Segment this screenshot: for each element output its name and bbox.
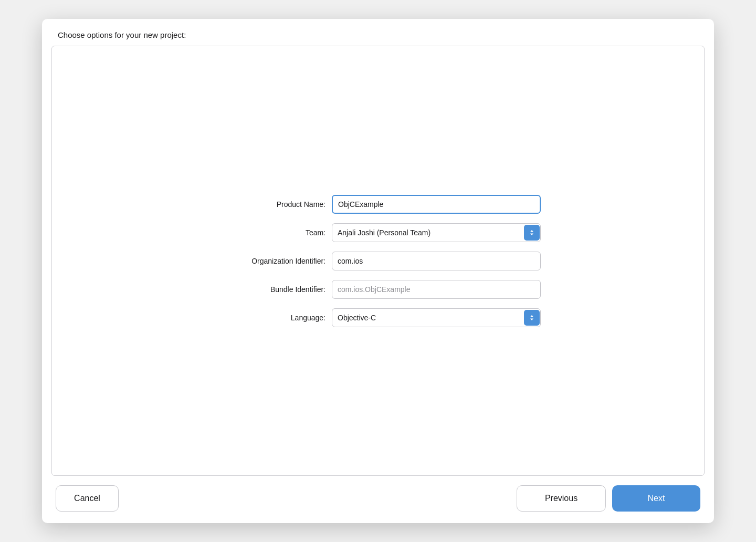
org-identifier-label: Organization Identifier: xyxy=(215,257,326,265)
bundle-identifier-row: Bundle Identifier: xyxy=(215,280,541,299)
product-name-row: Product Name: xyxy=(215,195,541,214)
team-row: Team: Anjali Joshi (Personal Team) xyxy=(215,223,541,242)
dialog-title: Choose options for your new project: xyxy=(42,19,714,46)
language-label: Language: xyxy=(215,314,326,322)
previous-button[interactable]: Previous xyxy=(517,485,606,512)
product-name-label: Product Name: xyxy=(215,200,326,209)
footer-right: Previous Next xyxy=(517,485,700,512)
language-row: Language: Objective-C Swift xyxy=(215,308,541,327)
bundle-identifier-label: Bundle Identifier: xyxy=(215,285,326,294)
org-identifier-row: Organization Identifier: xyxy=(215,252,541,270)
form-container: Product Name: Team: Anjali Joshi (Person… xyxy=(215,195,541,327)
language-select-wrapper: Objective-C Swift xyxy=(332,308,541,327)
content-area: Product Name: Team: Anjali Joshi (Person… xyxy=(51,46,705,476)
new-project-dialog: Choose options for your new project: Pro… xyxy=(42,19,714,523)
dialog-footer: Cancel Previous Next xyxy=(42,476,714,523)
team-select-wrapper: Anjali Joshi (Personal Team) xyxy=(332,223,541,242)
bundle-identifier-input xyxy=(332,280,541,299)
cancel-button[interactable]: Cancel xyxy=(56,485,119,512)
next-button[interactable]: Next xyxy=(612,485,700,512)
org-identifier-input[interactable] xyxy=(332,252,541,270)
team-label: Team: xyxy=(215,228,326,237)
product-name-input[interactable] xyxy=(332,195,541,214)
team-select[interactable]: Anjali Joshi (Personal Team) xyxy=(332,223,541,242)
language-select[interactable]: Objective-C Swift xyxy=(332,308,541,327)
